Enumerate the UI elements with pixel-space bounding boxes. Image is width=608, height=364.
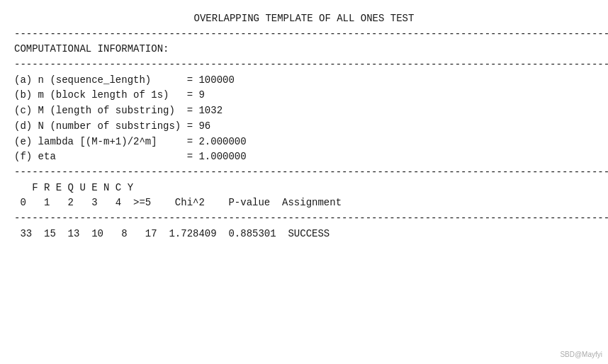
column-header: 0 1 2 3 4 >=5 Chi^2 P-value Assignment — [14, 195, 594, 211]
param-c: (c) M (length of substring) = 1032 — [14, 103, 594, 119]
param-b: (b) m (block length of 1s) = 9 — [14, 88, 594, 103]
watermark: SBD@Mayfyi — [560, 351, 602, 358]
frequency-header: F R E Q U E N C Y — [14, 181, 594, 196]
test-title: OVERLAPPING TEMPLATE OF ALL ONES TEST — [14, 11, 594, 27]
results-row: 33 15 13 10 8 17 1.728409 0.885301 SUCCE… — [14, 227, 594, 242]
main-content: OVERLAPPING TEMPLATE OF ALL ONES TEST --… — [14, 11, 594, 241]
separator-4: ----------------------------------------… — [14, 211, 594, 227]
param-f: (f) eta = 1.000000 — [14, 149, 594, 165]
computational-label: COMPUTATIONAL INFORMATION: — [14, 42, 594, 57]
param-d: (d) N (number of substrings) = 96 — [14, 119, 594, 135]
param-e: (e) lambda [(M-m+1)/2^m] = 2.000000 — [14, 135, 594, 150]
separator-3: ----------------------------------------… — [14, 165, 594, 181]
param-a: (a) n (sequence_length) = 100000 — [14, 73, 594, 89]
separator-1: ----------------------------------------… — [14, 27, 594, 42]
separator-2: ----------------------------------------… — [14, 57, 594, 73]
